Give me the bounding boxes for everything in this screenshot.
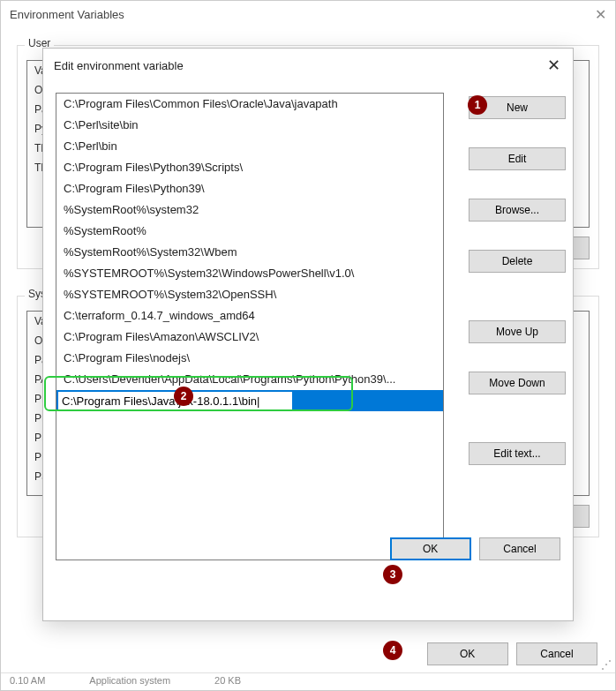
path-entry[interactable]: C:\Program Files\Python39\Scripts\	[56, 157, 443, 178]
child-close-icon[interactable]: ✕	[545, 56, 562, 75]
parent-ok-button[interactable]: OK	[427, 642, 508, 665]
browse-button[interactable]: Browse...	[469, 199, 566, 222]
path-entry[interactable]: %SYSTEMROOT%\System32\WindowsPowerShell\…	[56, 263, 443, 284]
move-down-button[interactable]: Move Down	[469, 372, 566, 394]
path-entry[interactable]: C:\Program Files\Python39\	[56, 178, 443, 199]
path-entry[interactable]: C:\Program Files\nodejs\	[56, 348, 443, 369]
child-body: C:\Program Files\Common Files\Oracle\Jav…	[43, 82, 573, 573]
statusbar: 0.10 AM Application system 20 KB	[1, 672, 615, 690]
path-entry[interactable]: C:\Program Files\Amazon\AWSCLIV2\	[56, 327, 443, 348]
edit-env-var-dialog: Edit environment variable ✕ C:\Program F…	[42, 48, 574, 621]
delete-button[interactable]: Delete	[469, 250, 566, 273]
edit-text-button[interactable]: Edit text...	[469, 442, 566, 465]
child-ok-button[interactable]: OK	[390, 537, 471, 560]
child-title: Edit environment variable	[54, 59, 184, 72]
path-entry[interactable]: %SystemRoot%	[56, 221, 443, 242]
path-entry[interactable]: C:\Perl\bin	[56, 136, 443, 157]
path-entry[interactable]: %SYSTEMROOT%\System32\OpenSSH\	[56, 284, 443, 305]
child-titlebar: Edit environment variable ✕	[43, 49, 573, 82]
status-type: Application system	[89, 675, 170, 688]
path-entry[interactable]: C:\Perl\site\bin	[56, 115, 443, 136]
child-bottom-buttons: OK Cancel	[385, 537, 560, 560]
status-time: 0.10 AM	[10, 675, 45, 688]
new-button[interactable]: New	[469, 96, 566, 119]
path-entry[interactable]: %SystemRoot%\System32\Wbem	[56, 242, 443, 263]
move-up-button[interactable]: Move Up	[469, 320, 566, 343]
path-entry[interactable]: C:\Users\Devender\AppData\Local\Programs…	[56, 369, 443, 390]
parent-cancel-button[interactable]: Cancel	[516, 642, 597, 665]
parent-close-icon[interactable]: ✕	[595, 6, 606, 23]
path-entry[interactable]: %SystemRoot%\system32	[56, 199, 443, 221]
resize-grip-icon[interactable]: ⋰	[601, 658, 612, 669]
path-entry-selected[interactable]	[56, 390, 443, 411]
path-list[interactable]: C:\Program Files\Common Files\Oracle\Jav…	[56, 93, 444, 560]
path-edit-input[interactable]	[57, 391, 293, 410]
path-entry[interactable]: C:\terraform_0.14.7_windows_amd64	[56, 305, 443, 327]
parent-titlebar: Environment Variables ✕	[1, 1, 615, 27]
child-cancel-button[interactable]: Cancel	[479, 537, 560, 560]
edit-button[interactable]: Edit	[469, 147, 566, 170]
parent-bottom-buttons: OK Cancel	[422, 642, 597, 665]
path-entry[interactable]: C:\Program Files\Common Files\Oracle\Jav…	[56, 94, 443, 115]
status-size: 20 KB	[214, 675, 241, 688]
parent-title: Environment Variables	[10, 8, 124, 21]
side-buttons: New Edit Browse... Delete Move Up Move D…	[463, 96, 560, 465]
